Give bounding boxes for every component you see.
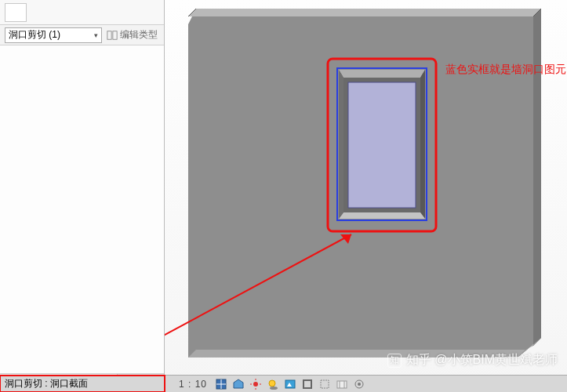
svg-rect-33 — [303, 380, 311, 388]
wall-opening-element — [337, 68, 427, 220]
show-crop-icon[interactable] — [318, 378, 331, 390]
edit-type-button[interactable]: 编辑类型 — [105, 28, 159, 42]
svg-rect-0 — [107, 31, 111, 39]
type-preview-row — [0, 0, 164, 25]
svg-marker-3 — [188, 9, 541, 16]
crop-region-icon[interactable] — [301, 378, 314, 390]
svg-marker-14 — [339, 70, 343, 219]
svg-rect-15 — [348, 82, 416, 208]
type-thumbnail — [5, 3, 27, 22]
svg-marker-6 — [188, 350, 525, 358]
rendering-icon[interactable] — [284, 378, 296, 390]
svg-rect-34 — [321, 380, 329, 388]
type-selector-value: 洞口剪切 (1) — [9, 28, 60, 42]
svg-marker-12 — [420, 70, 425, 219]
svg-marker-13 — [339, 212, 425, 219]
edit-type-icon — [107, 30, 118, 41]
view-scale[interactable]: 1 : 10 — [179, 379, 207, 390]
svg-point-30 — [270, 387, 278, 390]
type-selector-dropdown[interactable]: 洞口剪切 (1) ▾ — [5, 27, 102, 43]
lock-view-icon[interactable] — [336, 378, 348, 390]
app-root: 洞口剪切 (1) ▾ 编辑类型 属性帮助 应用 — [0, 0, 567, 392]
shadows-icon[interactable] — [267, 378, 279, 390]
status-element-name: 洞口剪切 : 洞口截面 — [0, 376, 165, 392]
viewport-canvas — [165, 0, 567, 392]
type-selector-row: 洞口剪切 (1) ▾ 编辑类型 — [0, 25, 164, 45]
viewport-3d[interactable]: 蓝色实框就是墙洞口图元 知 知乎 @小筑BIM黄世斌老师 — [165, 0, 567, 392]
properties-body — [0, 45, 164, 373]
svg-marker-5 — [533, 9, 541, 346]
status-bar: 洞口剪切 : 洞口截面 1 : 10 — [0, 375, 567, 392]
svg-rect-1 — [113, 31, 117, 39]
sun-path-icon[interactable] — [249, 378, 262, 390]
svg-point-29 — [269, 380, 275, 387]
view-control-bar: 1 : 10 — [165, 378, 567, 390]
view-icon-strip — [215, 378, 365, 390]
svg-rect-35 — [337, 381, 347, 388]
status-element-name-text: 洞口剪切 : 洞口截面 — [5, 377, 88, 390]
edit-type-label: 编辑类型 — [120, 28, 158, 42]
svg-marker-11 — [339, 70, 425, 78]
detail-level-icon[interactable] — [215, 378, 227, 390]
svg-point-39 — [358, 383, 361, 386]
svg-marker-23 — [234, 379, 243, 388]
properties-panel: 洞口剪切 (1) ▾ 编辑类型 属性帮助 应用 — [0, 0, 165, 392]
svg-point-24 — [253, 382, 258, 387]
annotation-text: 蓝色实框就是墙洞口图元 — [445, 63, 566, 77]
temp-hide-icon[interactable] — [353, 378, 365, 390]
chevron-down-icon: ▾ — [94, 31, 98, 39]
visual-style-icon[interactable] — [232, 378, 245, 390]
